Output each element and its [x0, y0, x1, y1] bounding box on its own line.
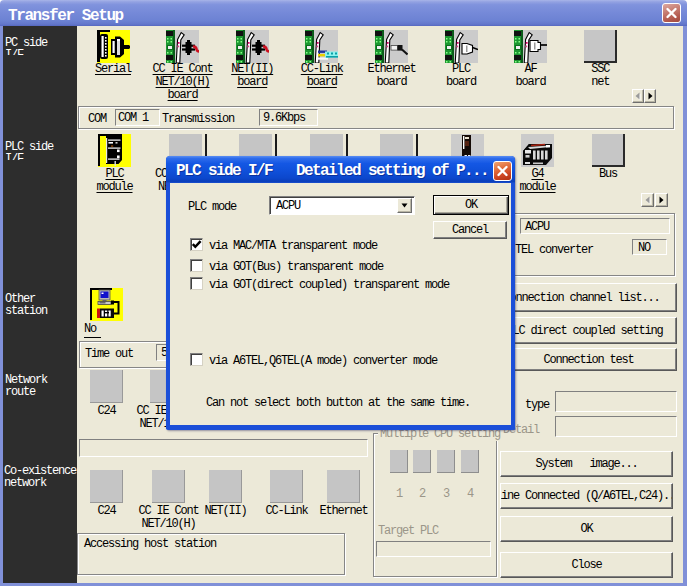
pc-side-caption[interactable]: AF board [493, 63, 569, 89]
pc-side-icon-af[interactable] [514, 30, 547, 63]
cpu-number-label: 4 [461, 487, 479, 501]
coexistence-icon-net-ii-[interactable] [209, 470, 242, 503]
pc-side-caption[interactable]: CC IE Cont NET/10(H) board [145, 63, 221, 102]
cpu-number-label: 3 [437, 487, 455, 501]
com-port-field: COM 1 [115, 109, 160, 126]
dialog-title: PLC side I/F Detailed setting of P... [176, 162, 488, 180]
dialog-checkbox-1[interactable] [190, 259, 203, 272]
transmission-label: Transmission [162, 112, 234, 126]
plc-side-scroll-left-button[interactable] [641, 193, 654, 207]
connection-channel-list-button[interactable]: Connection channel list... [500, 283, 677, 312]
dialog-checkbox-label-1[interactable]: via GOT(Bus) transparent mode [209, 260, 383, 274]
target-cpu-3[interactable] [437, 450, 455, 473]
combo-dropdown-button[interactable] [397, 198, 412, 213]
other-station-icon-no[interactable] [90, 288, 123, 321]
coexistence-icon-c24[interactable] [90, 470, 123, 503]
pc-side-icon-net-ii-[interactable] [236, 30, 269, 63]
phone-line-connected-button[interactable]: Phone line Connected (Q/A6TEL,C24)... [500, 483, 673, 509]
check-icon [191, 239, 202, 250]
dialog-checkbox-3[interactable] [190, 353, 203, 366]
pc-side-caption[interactable]: CC-Link board [284, 63, 360, 89]
main-close-button-2[interactable]: Close [500, 552, 673, 578]
label-other-station: Other station [5, 293, 75, 319]
plc-mode-summary-field: ACPU [520, 218, 670, 234]
target-cpu-4[interactable] [461, 450, 479, 473]
plc-side-caption[interactable]: PLC module [77, 168, 153, 194]
close-icon [494, 162, 511, 180]
window-title: Transfer Setup [8, 7, 123, 25]
pc-side-scroll-left-button[interactable] [632, 89, 644, 103]
system-image-button[interactable]: System image... [500, 451, 673, 477]
label-pc-side: PC side I/F [5, 37, 75, 55]
detail-field [555, 416, 677, 437]
pc-side-caption[interactable]: PLC board [423, 63, 499, 89]
dialog-checkbox-label-2[interactable]: via GOT(direct coupled) transparent mode [209, 278, 449, 292]
pc-side-icon-cc-link[interactable] [305, 30, 338, 63]
main-ok-button[interactable]: OK [500, 516, 673, 542]
dialog-close-button[interactable] [493, 161, 512, 181]
dialog-checkbox-0[interactable] [190, 238, 203, 251]
pc-side-icon-ssc[interactable] [584, 30, 617, 63]
board-af-icon [514, 30, 547, 63]
plc-side-icon-bus[interactable] [592, 134, 625, 167]
plc-module-icon [98, 134, 131, 167]
board-red-icon [166, 30, 199, 63]
board-eth-icon [375, 30, 408, 63]
dialog-note: Can not select both button at the same t… [206, 396, 470, 410]
pc-side-caption[interactable]: NET(II) board [214, 63, 290, 89]
pc-side-caption[interactable]: SSC net [562, 63, 638, 89]
plc-type-field [555, 391, 677, 412]
timeout-label: Time out [85, 347, 133, 361]
plc-side-caption[interactable]: Bus [570, 168, 646, 181]
window-border-right [683, 26, 687, 583]
board-plc-icon [445, 30, 478, 63]
coexistence-caption[interactable]: Ethernet [308, 505, 380, 518]
pc-side-icon-plc[interactable] [445, 30, 478, 63]
plc-side-scroll-right-button[interactable] [655, 193, 668, 207]
other-station-caption[interactable]: No [84, 323, 101, 338]
plc-mode-label: PLC mode [188, 200, 236, 214]
cpu-number-label: 1 [390, 487, 408, 501]
pc-side-icon-serial[interactable] [97, 30, 130, 63]
pc-side-caption[interactable]: Ethernet board [353, 63, 429, 89]
pc-side-icon-cc-ie-cont[interactable] [166, 30, 199, 63]
pc-side-scroll-right-button[interactable] [644, 89, 656, 103]
plc-side-icon-plc[interactable] [98, 134, 131, 167]
pc-side-icon-ethernet[interactable] [375, 30, 408, 63]
coexistence-icon-cc-ie-cont[interactable] [152, 470, 185, 503]
network-route-status-bar [79, 439, 368, 457]
plc-direct-coupled-setting-button[interactable]: PLC direct coupled setting [500, 317, 677, 344]
dialog-checkbox-label-3[interactable]: via A6TEL,Q6TEL(A mode) converter mode [209, 354, 437, 368]
network-route-icon-c24[interactable] [90, 370, 123, 403]
cpu-number-label: 2 [413, 487, 431, 501]
label-coexistence: Co-existence network [4, 465, 77, 491]
label-plc-side: PLC side I/F [5, 141, 75, 160]
no-station-icon [90, 288, 123, 321]
dialog-cancel-button[interactable]: Cancel [433, 221, 507, 239]
dialog-ok-button[interactable]: OK [433, 195, 509, 215]
tel-converter-field: NO [632, 239, 667, 255]
target-plc-field [376, 541, 491, 557]
com-label: COM [88, 112, 106, 126]
board-red-icon [236, 30, 269, 63]
target-plc-label: Target PLC [378, 524, 438, 538]
arrow-right-icon [647, 92, 654, 100]
target-cpu-1[interactable] [390, 450, 408, 473]
plc-mode-value: ACPU [276, 199, 300, 213]
plc-side-icon-g4[interactable] [521, 134, 554, 167]
dialog-checkbox-label-0[interactable]: via MAC/MTA transparent mode [209, 239, 377, 253]
dialog-checkbox-2[interactable] [190, 277, 203, 290]
coexistence-icon-ethernet[interactable] [327, 470, 360, 503]
status-text: Accessing host station [84, 537, 216, 551]
coexistence-icon-cc-link[interactable] [270, 470, 303, 503]
plc-type-label: type [525, 398, 549, 412]
main-close-button[interactable] [662, 3, 681, 23]
plc-mode-combobox[interactable]: ACPU [269, 196, 415, 215]
connection-test-button[interactable]: Connection test [500, 348, 677, 371]
label-network-route: Network route [5, 374, 75, 400]
plc-side-if-dialog: PLC side I/F Detailed setting of P... PL… [166, 156, 515, 430]
pc-side-caption[interactable]: Serial [75, 63, 151, 76]
transfer-setup-window: Transfer Setup PC side I/F PLC side I/F … [0, 0, 687, 586]
board-cyan-icon [305, 30, 338, 63]
target-cpu-2[interactable] [413, 450, 431, 473]
